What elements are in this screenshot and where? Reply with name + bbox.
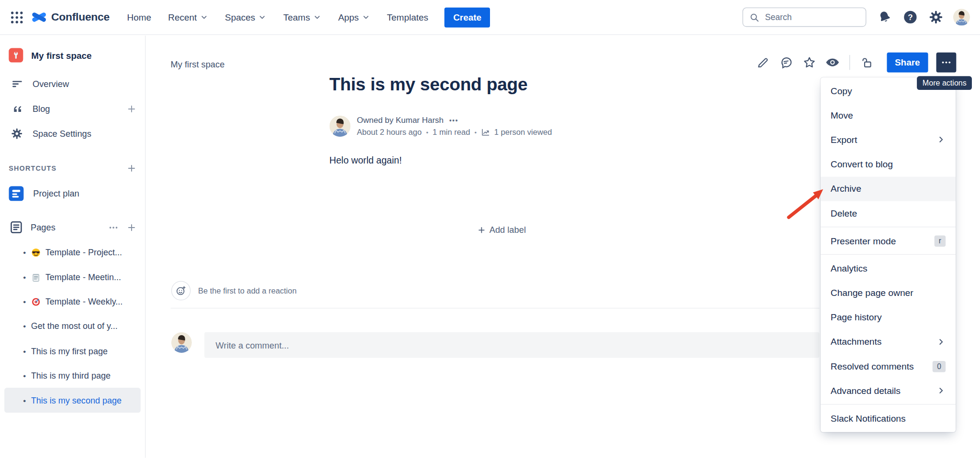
- nav-item-apps[interactable]: Apps: [338, 12, 370, 22]
- add-shortcut-plus-icon[interactable]: [127, 164, 136, 173]
- sidebar-item-label: Blog: [33, 104, 118, 114]
- action-bar-divider: [849, 55, 850, 70]
- menu-item-label: Analytics: [831, 263, 946, 273]
- nav-item-teams[interactable]: Teams: [283, 12, 321, 22]
- global-search[interactable]: [743, 8, 867, 27]
- page-tree-item-label: Template - Meetin...: [45, 273, 121, 282]
- sidebar-item-space-settings[interactable]: Space Settings: [0, 121, 145, 146]
- create-button[interactable]: Create: [445, 7, 490, 27]
- tree-bullet: •: [23, 322, 26, 330]
- menu-item-slack-notifications[interactable]: Slack Notifications: [821, 406, 956, 431]
- reaction-row: Be the first to add a reaction: [171, 281, 297, 300]
- menu-item-advanced-details[interactable]: Advanced details: [821, 379, 956, 403]
- menu-item-resolved-comments[interactable]: Resolved comments0: [821, 354, 956, 379]
- menu-item-label: Export: [831, 135, 936, 145]
- page-tree-item-this-is-my-first-page[interactable]: •This is my first page: [4, 339, 141, 363]
- menu-item-change-page-owner[interactable]: Change page owner: [821, 281, 956, 305]
- page-tree-item-get-the-most-out-of-y[interactable]: •Get the most out of y...: [4, 314, 141, 338]
- menu-item-delete[interactable]: Delete: [821, 201, 956, 225]
- watching-eye-icon[interactable]: [825, 55, 840, 70]
- chevron-down-icon: [200, 13, 208, 21]
- nav-item-home[interactable]: Home: [127, 12, 152, 22]
- notepad-emoji: [31, 273, 41, 282]
- page-tree-item-template-weekly[interactable]: •Template - Weekly...: [4, 290, 141, 314]
- sidebar-item-blog[interactable]: Blog: [0, 96, 145, 121]
- edit-pencil-icon[interactable]: [756, 55, 770, 70]
- space-header[interactable]: My first space: [0, 35, 145, 62]
- nav-item-spaces[interactable]: Spaces: [225, 12, 267, 22]
- menu-item-page-history[interactable]: Page history: [821, 305, 956, 329]
- chevron-down-icon: [258, 13, 267, 21]
- menu-item-label: Change page owner: [831, 288, 946, 298]
- gear-icon: [10, 127, 24, 140]
- last-updated-text: About 2 hours ago: [357, 128, 422, 137]
- search-input[interactable]: [764, 12, 877, 22]
- pages-more-ellipsis-icon[interactable]: [108, 222, 119, 232]
- help-icon[interactable]: ?: [902, 10, 917, 24]
- chevron-right-icon: [936, 135, 946, 145]
- owned-by-text[interactable]: Owned by Kumar Harsh: [357, 116, 444, 125]
- menu-group: AnalyticsChange page ownerPage historyAt…: [821, 254, 956, 404]
- unlocked-icon[interactable]: [859, 55, 874, 70]
- add-blog-plus-icon[interactable]: [127, 104, 136, 113]
- commenter-avatar: [171, 332, 192, 353]
- nav-item-templates[interactable]: Templates: [387, 12, 428, 22]
- star-icon[interactable]: [802, 55, 816, 70]
- sunglasses-emoji: [31, 248, 41, 258]
- menu-item-analytics[interactable]: Analytics: [821, 256, 956, 281]
- tree-bullet: •: [23, 249, 26, 257]
- menu-item-export[interactable]: Export: [821, 128, 956, 152]
- space-name: My first space: [31, 50, 91, 60]
- shortcuts-header-label: SHORTCUTS: [9, 164, 127, 172]
- trend-chart-icon: [481, 128, 490, 137]
- nav-item-recent[interactable]: Recent: [168, 12, 208, 22]
- breadcrumb[interactable]: My first space: [171, 59, 225, 69]
- people-viewed-text[interactable]: 1 person viewed: [494, 128, 552, 137]
- dart-emoji: [31, 297, 41, 307]
- add-page-plus-icon[interactable]: [127, 223, 136, 232]
- page-tree-item-template-project[interactable]: •Template - Project...: [4, 240, 141, 265]
- settings-gear-icon[interactable]: [928, 10, 943, 24]
- svg-text:?: ?: [908, 13, 913, 22]
- notifications-bell-icon[interactable]: [877, 10, 891, 24]
- chevron-down-icon: [362, 13, 370, 21]
- page-tree-item-this-is-my-third-page[interactable]: •This is my third page: [4, 363, 141, 388]
- menu-item-label: Attachments: [831, 337, 936, 347]
- menu-item-attachments[interactable]: Attachments: [821, 329, 956, 354]
- sidebar-item-overview[interactable]: Overview: [0, 71, 145, 96]
- menu-item-label: Resolved comments: [831, 361, 933, 371]
- space-sidebar: My first space OverviewBlogSpace Setting…: [0, 35, 145, 458]
- menu-group: CopyMoveExportConvert to blogArchiveDele…: [821, 77, 956, 227]
- comment-input[interactable]: Write a comment...: [204, 332, 819, 358]
- menu-item-label: Convert to blog: [831, 159, 946, 169]
- page-tree-item-label: This is my third page: [31, 371, 111, 381]
- menu-item-move[interactable]: Move: [821, 103, 956, 128]
- menu-item-archive[interactable]: Archive: [821, 176, 956, 201]
- tree-bullet: •: [23, 273, 26, 282]
- tree-bullet: •: [23, 371, 26, 380]
- menu-item-convert-to-blog[interactable]: Convert to blog: [821, 152, 956, 176]
- menu-group: Presenter moder: [821, 227, 956, 254]
- confluence-logo[interactable]: Confluence: [31, 10, 110, 25]
- primary-nav: HomeRecentSpacesTeamsAppsTemplates: [127, 12, 428, 22]
- add-reaction-icon[interactable]: [171, 281, 190, 300]
- more-actions-button[interactable]: [936, 53, 957, 73]
- owner-avatar[interactable]: [329, 116, 350, 137]
- share-button[interactable]: Share: [887, 53, 928, 73]
- more-actions-menu: CopyMoveExportConvert to blogArchiveDele…: [821, 77, 956, 432]
- page-body-text: Helo world again!: [329, 155, 401, 165]
- menu-item-label: Page history: [831, 312, 946, 322]
- user-avatar[interactable]: [954, 10, 969, 24]
- add-label-button[interactable]: Add label: [478, 225, 526, 235]
- app-switcher-grid-icon[interactable]: [9, 9, 25, 25]
- page-tree-item-this-is-my-second-page[interactable]: •This is my second page: [4, 388, 141, 413]
- comments-bubble-icon[interactable]: [779, 55, 793, 70]
- comment-placeholder: Write a comment...: [216, 340, 289, 350]
- shortcut-item-project-plan[interactable]: Project plan: [0, 181, 145, 206]
- byline-more-icon[interactable]: •••: [449, 117, 458, 124]
- pages-section-row[interactable]: Pages: [0, 215, 145, 240]
- menu-item-presenter-mode[interactable]: Presenter moder: [821, 229, 956, 253]
- page-tree-item-template-meetin[interactable]: •Template - Meetin...: [4, 265, 141, 289]
- nav-item-label: Spaces: [225, 12, 255, 22]
- nav-item-label: Apps: [338, 12, 359, 22]
